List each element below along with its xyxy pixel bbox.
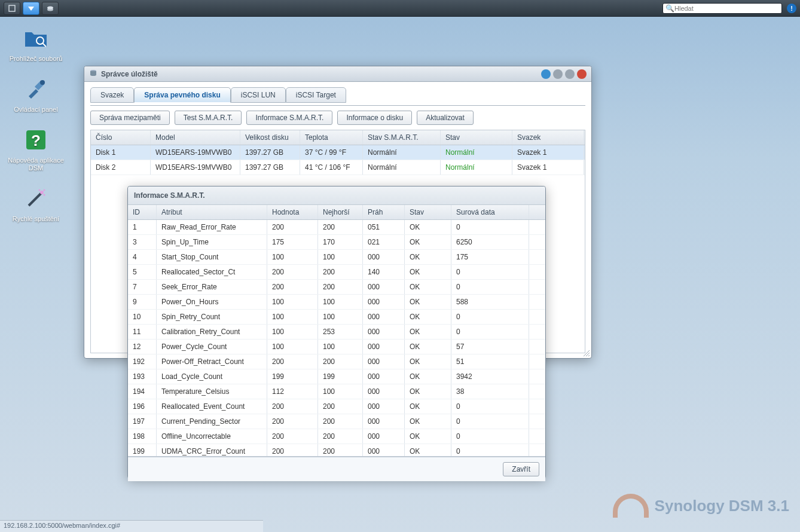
- svg-point-10: [40, 191, 44, 194]
- table-row[interactable]: Disk 1WD15EARS-19MVWB01397.27 GB37 °C / …: [91, 145, 585, 160]
- toolbar: Správa mezipaměti Test S.M.A.R.T. Inform…: [90, 106, 585, 130]
- cell-status: OK: [405, 250, 451, 264]
- desktop-icon-file-browser[interactable]: Prohlížeč souborů: [6, 24, 66, 63]
- col-attribute[interactable]: Atribut: [157, 205, 267, 219]
- desktop-icon-help[interactable]: ? Nápověda aplikace DSM: [6, 126, 66, 172]
- smart-window-title[interactable]: Informace S.M.A.R.T.: [128, 186, 545, 205]
- tab-iscsi-target[interactable]: iSCSI Target: [286, 87, 346, 103]
- cell-id: 12: [128, 340, 157, 354]
- cell-size: 1397.27 GB: [240, 160, 300, 175]
- table-row[interactable]: Disk 2WD15EARS-19MVWB01397.27 GB41 °C / …: [91, 160, 585, 175]
- table-row[interactable]: 7Seek_Error_Rate200200000OK0: [128, 280, 545, 295]
- wand-icon: [22, 184, 50, 213]
- taskbar-app-button[interactable]: [42, 2, 59, 15]
- cell-raw: 588: [451, 295, 529, 309]
- col-size[interactable]: Velikost disku: [240, 130, 300, 145]
- col-number[interactable]: Číslo: [91, 130, 151, 145]
- maximize-button[interactable]: [565, 69, 575, 79]
- col-threshold[interactable]: Práh: [363, 205, 405, 219]
- cell-worst: 170: [318, 235, 363, 249]
- cell-attribute: UDMA_CRC_Error_Count: [157, 444, 267, 457]
- minimize-button[interactable]: [553, 69, 563, 79]
- svg-point-6: [40, 80, 45, 85]
- desktop-icon-control-panel[interactable]: Ovládací panel: [6, 75, 66, 114]
- table-row[interactable]: 194Temperature_Celsius112100000OK38: [128, 384, 545, 399]
- refresh-button[interactable]: Aktualizovat: [417, 111, 474, 125]
- cell-id: 199: [128, 444, 157, 457]
- info-icon[interactable]: !: [787, 4, 796, 13]
- cell-value: 200: [267, 444, 318, 457]
- taskbar-show-desktop[interactable]: [4, 2, 20, 15]
- cell-attribute: Spin_Up_Time: [157, 235, 267, 249]
- col-status[interactable]: Stav: [441, 130, 512, 145]
- table-row[interactable]: 3Spin_Up_Time175170021OK6250: [128, 235, 545, 250]
- table-row[interactable]: 192Power-Off_Retract_Count200200000OK51: [128, 354, 545, 369]
- table-row[interactable]: 1Raw_Read_Error_Rate200200051OK0: [128, 220, 545, 235]
- cell-worst: 100: [318, 295, 363, 309]
- table-row[interactable]: 5Reallocated_Sector_Ct200200140OK0: [128, 265, 545, 280]
- col-volume[interactable]: Svazek: [512, 130, 584, 145]
- table-row[interactable]: 198Offline_Uncorrectable200200000OK0: [128, 429, 545, 444]
- cell-id: 7: [128, 280, 157, 294]
- cell-volume: Svazek 1: [512, 160, 584, 175]
- window-title: Správce úložiště: [101, 70, 158, 78]
- cell-raw: 0: [451, 220, 529, 234]
- close-button[interactable]: Zavřít: [503, 462, 539, 476]
- cell-model: WD15EARS-19MVWB0: [151, 160, 240, 175]
- col-status[interactable]: Stav: [405, 205, 451, 219]
- table-row[interactable]: 12Power_Cycle_Count100100000OK57: [128, 340, 545, 354]
- cell-attribute: Temperature_Celsius: [157, 384, 267, 399]
- search-input[interactable]: [674, 5, 779, 12]
- desktop-icon-quick-start[interactable]: Rychlé spuštění: [6, 184, 66, 223]
- col-model[interactable]: Model: [151, 130, 240, 145]
- cell-raw: 0: [451, 399, 529, 414]
- desktop-icon-label: Rychlé spuštění: [6, 215, 66, 223]
- resize-handle[interactable]: [582, 348, 590, 357]
- cell-attribute: Spin_Retry_Count: [157, 310, 267, 324]
- disk-info-button[interactable]: Informace o disku: [337, 111, 412, 125]
- table-row[interactable]: 197Current_Pending_Sector200200000OK0: [128, 414, 545, 429]
- tab-volume[interactable]: Svazek: [90, 87, 134, 103]
- taskbar-main-menu[interactable]: [23, 2, 39, 15]
- cell-value: 200: [267, 220, 318, 234]
- table-row[interactable]: 9Power_On_Hours100100000OK588: [128, 295, 545, 310]
- col-value[interactable]: Hodnota: [267, 205, 318, 219]
- search-box[interactable]: 🔍: [662, 3, 782, 14]
- cell-attribute: Power_On_Hours: [157, 295, 267, 309]
- table-row[interactable]: 10Spin_Retry_Count100100000OK0: [128, 310, 545, 325]
- cell-status: OK: [405, 354, 451, 369]
- cell-threshold: 000: [363, 310, 405, 324]
- tab-hdd-management[interactable]: Správa pevného disku: [134, 87, 230, 103]
- cell-attribute: Start_Stop_Count: [157, 250, 267, 264]
- cell-threshold: 000: [363, 414, 405, 429]
- table-row[interactable]: 199UDMA_CRC_Error_Count200200000OK0: [128, 444, 545, 457]
- tabs: Svazek Správa pevného disku iSCSI LUN iS…: [90, 87, 585, 102]
- cell-worst: 200: [318, 414, 363, 429]
- cell-raw: 38: [451, 384, 529, 399]
- statusbar: 192.168.2.100:5000/webman/index.cgi#: [0, 520, 263, 532]
- cell-volume: Svazek 1: [512, 145, 584, 160]
- col-smart-status[interactable]: Stav S.M.A.R.T.: [363, 130, 441, 145]
- brand-text: Synology DSM 3.1: [655, 497, 789, 515]
- table-row[interactable]: 11Calibration_Retry_Count100253000OK0: [128, 325, 545, 340]
- close-button[interactable]: [577, 69, 587, 79]
- smart-test-button[interactable]: Test S.M.A.R.T.: [175, 111, 242, 125]
- cell-attribute: Calibration_Retry_Count: [157, 325, 267, 339]
- help-button[interactable]: [541, 69, 551, 79]
- col-temp[interactable]: Teplota: [300, 130, 363, 145]
- table-row[interactable]: 193Load_Cycle_Count199199000OK3942: [128, 369, 545, 384]
- table-row[interactable]: 4Start_Stop_Count100100000OK175: [128, 250, 545, 265]
- tab-iscsi-lun[interactable]: iSCSI LUN: [231, 87, 286, 103]
- smart-info-button[interactable]: Informace S.M.A.R.T.: [246, 111, 332, 125]
- col-id[interactable]: ID: [128, 205, 157, 219]
- storage-icon: [89, 69, 97, 79]
- cache-management-button[interactable]: Správa mezipaměti: [90, 111, 170, 125]
- svg-line-17: [588, 355, 590, 356]
- cell-status: OK: [405, 369, 451, 384]
- cell-value: 199: [267, 369, 318, 384]
- col-worst[interactable]: Nejhorší: [318, 205, 363, 219]
- dialog-footer: Zavřít: [128, 457, 545, 481]
- titlebar[interactable]: Správce úložiště: [84, 66, 591, 82]
- table-row[interactable]: 196Reallocated_Event_Count200200000OK0: [128, 399, 545, 414]
- col-raw-data[interactable]: Surová data: [451, 205, 529, 219]
